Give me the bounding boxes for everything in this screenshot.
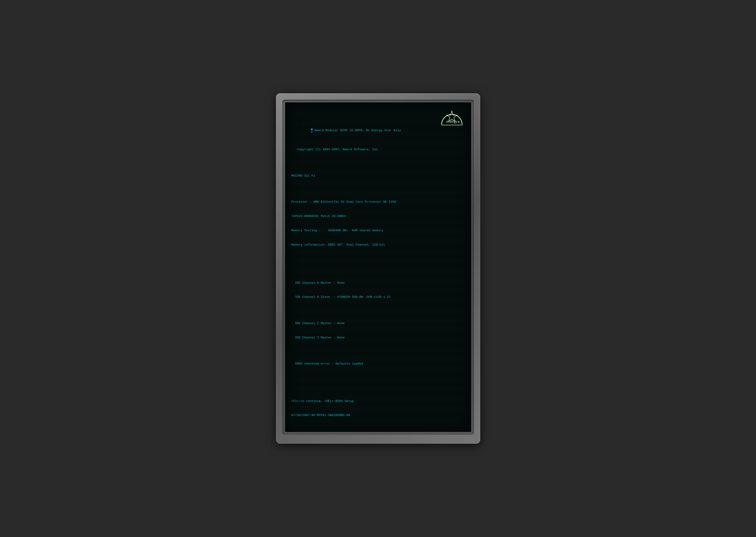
bios-line-1: Award Modular BIOS v6.00PG, An Energy St…: [292, 123, 465, 138]
bios-header-line2: Copyright (C) 1984-2007, Award Software,…: [297, 148, 380, 151]
bios-ide-ch0-master: IDE Channel 0 Master : None: [292, 281, 465, 285]
monitor-bezel: energy ★ Award Modular BIOS v6.00PG, An …: [282, 100, 474, 434]
bios-ide-ch3-master: IDE Channel 3 Master : None: [292, 335, 465, 340]
bios-header-line1: Award Modular BIOS v6.00PG, An Energy St…: [315, 129, 401, 132]
bios-memory-test: Memory Testing : 983040K OK+ 64M shared …: [292, 228, 465, 233]
bios-bottom-bar: <F1>:to continue, <DEL>:BIOS Setup 07/30…: [292, 390, 465, 427]
bios-cpuid: <CPUID:00060FB1 Patch ID:00B3>: [292, 214, 465, 219]
award-icon: [310, 128, 314, 133]
bios-output: Award Modular BIOS v6.00PG, An Energy St…: [292, 109, 465, 376]
bios-screen: energy ★ Award Modular BIOS v6.00PG, An …: [285, 103, 471, 432]
bios-continue-prompt: <F1>:to continue, <DEL>:BIOS Setup: [292, 399, 465, 404]
bios-date-string: 07/30/2007-NV-MCP61-6A61KG0BC-00: [292, 413, 465, 418]
bios-ide-ch0-slave: IDE Channel 0 Slave : PIONEER DVD-RW DVR…: [292, 295, 465, 300]
bios-processor: Processor : AMD Athlon(tm) X2 Dual Core …: [292, 200, 465, 204]
bios-memory-info: Memory information: DDR2 667 Dual Channe…: [292, 243, 465, 247]
svg-point-4: [311, 128, 313, 130]
bios-model: M61SME-S2L F1: [292, 174, 465, 179]
monitor-outer: energy ★ Award Modular BIOS v6.00PG, An …: [276, 93, 480, 444]
bios-line-2: Copyright (C) 1984-2007, Award Software,…: [292, 147, 465, 152]
bios-cmos-error: CMOS checksum error - Defaults loaded: [292, 361, 465, 366]
bios-ide-ch2-master: IDE Channel 2 Master : None: [292, 321, 465, 326]
